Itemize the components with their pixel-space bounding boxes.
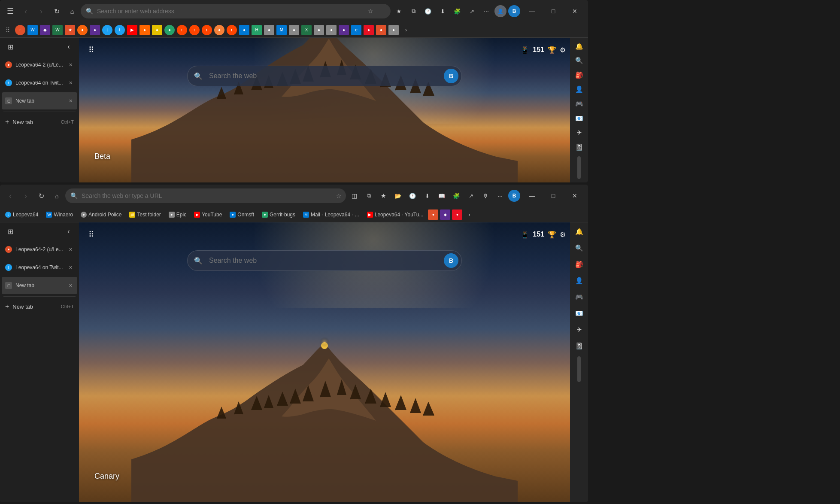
rs-zoom-top[interactable]: 🔍	[571, 54, 587, 68]
collections-btn-bottom[interactable]: 📂	[391, 189, 404, 202]
maximize-btn-top[interactable]: □	[543, 4, 563, 18]
bing-search-btn-top[interactable]: B	[444, 69, 458, 83]
rs-people-bottom[interactable]: 👤	[571, 273, 587, 288]
fav2-item-3[interactable]: ● Android Police	[77, 210, 125, 219]
fav-item-28[interactable]: e	[351, 25, 361, 35]
fav2-item-7[interactable]: ● Onmsft	[226, 210, 258, 219]
fav-item-21[interactable]: ●	[264, 25, 274, 35]
sidebar-collapse-bottom[interactable]: ‹	[62, 225, 76, 238]
sidebar-collapse-top[interactable]: ‹	[62, 40, 76, 54]
sidebar-tabs-toggle-top[interactable]: ⊞	[3, 40, 17, 54]
back-btn-top[interactable]: ‹	[19, 4, 33, 18]
refresh-btn-top[interactable]: ↻	[50, 4, 64, 18]
fav-item-5[interactable]: ★	[65, 25, 75, 35]
fav-item-7[interactable]: ●	[90, 25, 100, 35]
fav-item-8[interactable]: t	[102, 25, 112, 35]
minimize-btn-top[interactable]: —	[522, 4, 542, 18]
fav-item-16[interactable]: r	[202, 25, 212, 35]
fav-item-1[interactable]: r	[15, 25, 25, 35]
history-btn-top[interactable]: 🕐	[422, 5, 434, 18]
download-btn-bottom[interactable]: ⬇	[421, 189, 434, 202]
fav-item-3[interactable]: ◆	[40, 25, 50, 35]
tab-close-2-bottom[interactable]: ✕	[67, 264, 74, 271]
fav2-item-13[interactable]: ●	[452, 209, 462, 220]
fav-item-9[interactable]: t	[115, 25, 125, 35]
home-btn-bottom[interactable]: ⌂	[50, 189, 64, 203]
fav2-item-6[interactable]: ▶ YouTube	[191, 210, 225, 219]
fav-item-27[interactable]: ●	[339, 25, 349, 35]
refresh-btn-bottom[interactable]: ↻	[34, 189, 48, 203]
rs-outlook-bottom[interactable]: 📧	[571, 306, 587, 321]
newtab-phone-bottom[interactable]: 📱	[521, 231, 529, 239]
more-btn-bottom[interactable]: ···	[494, 189, 506, 202]
rs-outlook-top[interactable]: 📧	[571, 112, 587, 125]
fav2-item-10[interactable]: ▶ Leopeva64 - YouTu...	[364, 210, 427, 219]
fav2-item-4[interactable]: 📁 Test folder	[126, 210, 164, 219]
sidebar-tabs-toggle-bottom[interactable]: ⊞	[3, 225, 17, 238]
fav2-item-1[interactable]: t Leopeva64	[2, 210, 42, 219]
forward-btn-bottom[interactable]: ›	[19, 189, 33, 203]
tab-item-2-top[interactable]: t Leopeva64 on Twit... ✕	[2, 74, 77, 91]
tab-close-3-top[interactable]: ✕	[67, 97, 74, 104]
more-btn-top[interactable]: ···	[480, 5, 493, 18]
fav-item-15[interactable]: r	[189, 25, 200, 35]
rs-people-top[interactable]: 👤	[571, 83, 587, 97]
fav-item-30[interactable]: ●	[376, 25, 386, 35]
fav-item-14[interactable]: r	[177, 25, 187, 35]
rs-bag-top[interactable]: 🎒	[571, 68, 587, 82]
fav-item-19[interactable]: ●	[239, 25, 249, 35]
tab-item-2-bottom[interactable]: t Leopeva64 on Twit... ✕	[2, 259, 77, 276]
rs-game-top[interactable]: 🎮	[571, 97, 587, 111]
search-input-bottom[interactable]	[187, 250, 462, 271]
fav-item-2[interactable]: W	[27, 25, 38, 35]
fav-item-4[interactable]: W	[52, 25, 63, 35]
home-btn-top[interactable]: ⌂	[65, 4, 79, 18]
extensions-btn-top[interactable]: 🧩	[451, 5, 464, 18]
address-input-bottom[interactable]	[65, 188, 346, 203]
favorites-btn-bottom[interactable]: ★	[377, 189, 390, 202]
fav-item-10[interactable]: ▶	[127, 25, 137, 35]
fav2-item-8[interactable]: ● Gerrit-bugs	[258, 210, 299, 219]
newtab-settings-top[interactable]: ⚙	[560, 46, 566, 54]
newtab-settings-bottom[interactable]: ⚙	[560, 231, 566, 239]
fav2-item-12[interactable]: ◆	[440, 209, 450, 220]
fav-item-17[interactable]: ●	[214, 25, 224, 35]
fav2-more[interactable]: ›	[464, 209, 474, 220]
tab-item-1-bottom[interactable]: ● Leopeva64-2 (u/Le... ✕	[2, 241, 77, 258]
voice-btn-bottom[interactable]: 🎙	[479, 189, 492, 202]
rs-send-top[interactable]: ✈	[571, 126, 587, 140]
fav-item-12[interactable]: ●	[152, 25, 162, 35]
newtab-trophy-top[interactable]: 🏆	[548, 46, 556, 54]
rs-onenote-bottom[interactable]: 📓	[571, 338, 587, 354]
maximize-btn-bottom[interactable]: □	[543, 189, 563, 203]
tab-close-2-top[interactable]: ✕	[67, 79, 74, 86]
profile-avatar-top[interactable]: 👤	[494, 5, 506, 17]
rs-zoom-bottom[interactable]: 🔍	[571, 240, 587, 256]
bookmark-icon-bottom[interactable]: ☆	[336, 192, 342, 199]
reading-btn-bottom[interactable]: 📖	[435, 189, 448, 202]
fav-item-24[interactable]: X	[301, 25, 312, 35]
close-btn-bottom[interactable]: ✕	[565, 189, 585, 203]
tab-item-3-top[interactable]: ◻ New tab ✕	[2, 92, 77, 109]
sidebar-btn-bottom[interactable]: ◫	[348, 189, 361, 202]
rs-game-bottom[interactable]: 🎮	[571, 289, 587, 305]
favorites-btn-top[interactable]: ★	[392, 5, 405, 18]
rs-onenote-top[interactable]: 📓	[571, 140, 587, 154]
fav2-item-2[interactable]: W Winaero	[42, 210, 76, 219]
tab-item-1-top[interactable]: ● Leopeva64-2 (u/Le... ✕	[2, 56, 77, 73]
fav-item-6[interactable]: ●	[77, 25, 88, 35]
forward-btn-top[interactable]: ›	[34, 4, 48, 18]
minimize-btn-bottom[interactable]: —	[522, 189, 542, 203]
fav-item-26[interactable]: ●	[326, 25, 337, 35]
rs-bag-bottom[interactable]: 🎒	[571, 257, 587, 272]
history-btn-bottom[interactable]: 🕐	[406, 189, 419, 202]
share-btn-bottom[interactable]: ↗	[464, 189, 477, 202]
tab-item-3-bottom[interactable]: ◻ New tab ✕	[2, 277, 77, 294]
download-btn-top[interactable]: ⬇	[436, 5, 449, 18]
rs-scrollbar-top[interactable]	[577, 156, 581, 179]
rs-notif-top[interactable]: 🔔	[571, 39, 587, 53]
fav-item-22[interactable]: M	[276, 25, 287, 35]
bing-search-btn-bottom[interactable]: B	[444, 253, 458, 268]
back-btn-bottom[interactable]: ‹	[3, 189, 17, 203]
fav-more-top[interactable]: ›	[401, 25, 411, 35]
